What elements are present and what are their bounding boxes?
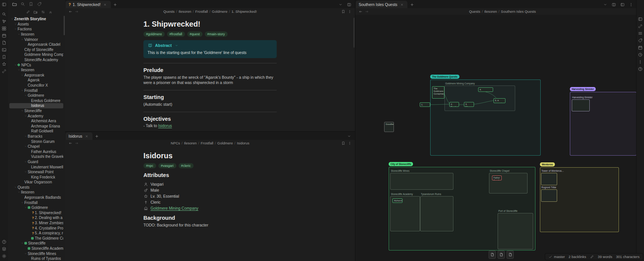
tree-item-stonecliffe-mines[interactable]: Stonecliffe Mines bbox=[9, 251, 63, 256]
tree-item-quests[interactable]: Quests bbox=[9, 185, 63, 190]
tree-item-stonecliffe-academy[interactable]: Stonecliffe Academy bbox=[9, 57, 63, 63]
breadcrumb-item[interactable]: Goldmere bbox=[212, 9, 228, 14]
collapse-pane-icon[interactable] bbox=[346, 134, 352, 139]
canvas-group-port-of-stonecliffe[interactable] bbox=[498, 213, 533, 249]
tree-item-aegonsarok-citadel[interactable]: Aegonsarok Citadel bbox=[9, 42, 63, 47]
tag-pill[interactable]: #main-story bbox=[205, 32, 228, 37]
tree-item-agarok[interactable]: Agarok bbox=[9, 78, 63, 83]
tree-item-stronn-garum[interactable]: Stronn Garum bbox=[9, 139, 63, 144]
breadcrumb-item[interactable]: Ilesoren bbox=[184, 141, 197, 145]
tree-item-eredus-goldmere[interactable]: Eredus Goldmere bbox=[9, 98, 63, 104]
file-chip[interactable] bbox=[507, 250, 514, 259]
git-status[interactable]: master bbox=[549, 255, 565, 259]
tree-item-archmage-eriana[interactable]: Archmage Eriana bbox=[9, 123, 63, 129]
file-chip[interactable] bbox=[498, 250, 505, 259]
tree-item-ilesoren[interactable]: Ilesoren bbox=[9, 68, 63, 73]
tree-item-valmoor[interactable]: Valmoor bbox=[9, 37, 63, 42]
back-icon[interactable] bbox=[358, 9, 363, 14]
tag-pill[interactable]: #cleric bbox=[179, 163, 194, 168]
tree-item-3-miner-zombies-in-m[interactable]: ?3. Miner Zombies in M... bbox=[9, 220, 63, 226]
canvas-group-pill-harvesting-sinister[interactable]: Harvesting Sinister bbox=[570, 87, 596, 91]
tree-item-chapel[interactable]: Chapel bbox=[9, 144, 63, 149]
tree-item-1-shipwrecked[interactable]: ?1. Shipwrecked! bbox=[9, 210, 63, 216]
sync-icon[interactable] bbox=[1, 69, 7, 74]
tag-pill[interactable]: #vasgari bbox=[158, 163, 176, 168]
new-tab-icon[interactable] bbox=[113, 2, 118, 7]
close-tab-icon[interactable] bbox=[399, 2, 404, 7]
back-icon[interactable] bbox=[68, 9, 73, 14]
breadcrumb-item[interactable]: Ilesoren bbox=[179, 9, 191, 14]
tab-shipwrecked[interactable]: ? 1. Shipwrecked! bbox=[66, 1, 111, 8]
tree-item-zenerith-storyline[interactable]: Zenerith Storyline bbox=[9, 16, 63, 22]
tree-item-4-crystalline-problem[interactable]: ?4. Crystalline Problem bbox=[9, 225, 63, 231]
tree-item-lieutenant-maxwell[interactable]: Lieutenant Maxwell bbox=[9, 164, 63, 170]
tree-item-goldmere-mining-company[interactable]: Goldmere Mining Company bbox=[9, 52, 63, 57]
tab-isidorus[interactable]: Isidorus bbox=[66, 132, 92, 140]
daily-note-icon[interactable] bbox=[1, 33, 7, 38]
graph-view-icon[interactable] bbox=[1, 19, 7, 24]
files-tab-icon[interactable] bbox=[12, 2, 17, 7]
tree-item-vuzashi-the-gravekeeper[interactable]: Vuzashi the Gravekeeper bbox=[9, 154, 63, 159]
tree-item-father-aurelius[interactable]: Father Aurelius bbox=[9, 149, 63, 154]
tree-item-5-a-conspiracy-revealed[interactable]: ?5. A conspiracy, revealed bbox=[9, 231, 63, 236]
bookmarks-icon[interactable] bbox=[1, 54, 7, 60]
breadcrumb-item[interactable]: Ilesoren bbox=[484, 9, 497, 14]
tag-pill[interactable]: #frostfall bbox=[167, 32, 185, 37]
canvas-node-father-aurelius[interactable]: Father Aurelius bbox=[492, 176, 502, 180]
edit-mode-icon[interactable] bbox=[590, 255, 594, 259]
back-icon[interactable] bbox=[68, 141, 73, 146]
breadcrumb-item[interactable]: Frostfall bbox=[201, 141, 213, 145]
collapse-all-icon[interactable] bbox=[48, 9, 53, 15]
tag-pill[interactable]: #quest bbox=[187, 32, 203, 37]
close-tab-icon[interactable] bbox=[103, 2, 108, 7]
breadcrumb-item[interactable]: Quests bbox=[163, 9, 174, 14]
sidebar-scrollbar[interactable] bbox=[64, 16, 65, 35]
canvas-node-3-miner-zombies-in-mines[interactable]: 3. Miner Zombies in Mines bbox=[464, 102, 474, 107]
tree-item-goldmere[interactable]: Goldmere bbox=[9, 93, 63, 98]
more-options-icon[interactable] bbox=[347, 141, 352, 146]
canvas-node-rogrord-tribe[interactable] bbox=[541, 189, 557, 202]
tab-list-icon[interactable] bbox=[602, 2, 608, 7]
tree-item-barracks[interactable]: Barracks bbox=[9, 134, 63, 139]
breadcrumb-item[interactable]: Goldmere bbox=[217, 141, 233, 145]
bookmark-icon[interactable] bbox=[341, 9, 346, 14]
bookmarks-tab-icon[interactable] bbox=[28, 2, 34, 7]
note-editor[interactable]: 1. Shipwrecked! #goldmere#frostfall#ques… bbox=[65, 15, 355, 131]
editor-scrollbar[interactable] bbox=[353, 18, 355, 48]
tree-item-assets[interactable]: Assets bbox=[9, 22, 63, 27]
forward-icon[interactable] bbox=[74, 9, 79, 14]
tree-item-ralf-goldwell[interactable]: Ralf Goldwell bbox=[9, 129, 63, 134]
bookmark-icon[interactable] bbox=[341, 141, 346, 146]
new-canvas-icon[interactable] bbox=[1, 26, 7, 31]
tags-tab-icon[interactable] bbox=[37, 2, 42, 7]
help-icon[interactable] bbox=[1, 239, 7, 244]
breadcrumb-item[interactable]: Southern Isles Quests bbox=[501, 9, 536, 14]
tree-item-2-dealing-with-a-rebell[interactable]: ?2. Dealing with a rebell... bbox=[9, 215, 63, 220]
templates-icon[interactable] bbox=[1, 40, 7, 45]
canvas-node-the-goldmere-conspiracy[interactable]: The Goldmere Conspiracy bbox=[432, 86, 444, 99]
close-tab-icon[interactable] bbox=[84, 134, 89, 139]
tree-item-stonewall-point[interactable]: Stonewall Point bbox=[9, 170, 63, 175]
canvas-node-2-dealing-with-a-rebellion[interactable]: 2. Dealing with a rebellion bbox=[449, 102, 459, 107]
tree-item-academy[interactable]: Academy bbox=[9, 113, 63, 118]
tag-pill[interactable]: #goldmere bbox=[143, 32, 165, 37]
tree-item-ilesoren[interactable]: Ilesoren bbox=[9, 190, 63, 195]
split-pane-icon[interactable] bbox=[611, 2, 616, 7]
backlinks-icon[interactable] bbox=[638, 24, 643, 29]
split-pane-icon[interactable] bbox=[346, 2, 352, 7]
tree-item-stonecliffe[interactable]: Stonecliffe bbox=[9, 108, 63, 114]
help-pane-icon[interactable] bbox=[638, 66, 643, 72]
quick-switcher-icon[interactable] bbox=[1, 12, 7, 17]
breadcrumb-item[interactable]: 1. Shipwrecked! bbox=[231, 9, 257, 14]
tree-item-king-frederick[interactable]: King Frederick bbox=[9, 174, 63, 180]
vault-switcher-icon[interactable] bbox=[1, 246, 7, 252]
tree-item-guard[interactable]: Guard bbox=[9, 159, 63, 165]
breadcrumb-item[interactable]: Frostfall bbox=[195, 9, 208, 14]
settings-icon[interactable] bbox=[1, 254, 7, 259]
tree-item-ruins-of-tysardos[interactable]: Ruins of Tysardos bbox=[9, 256, 63, 261]
tree-item-npcs[interactable]: NPCs bbox=[9, 62, 63, 68]
tree-item-vikar-osgarsson[interactable]: Vikar Osgarsson bbox=[9, 180, 63, 185]
expand-right-sidebar-icon[interactable] bbox=[638, 16, 643, 22]
status-bar[interactable]: master 2 backlinks 39 words 301 characte… bbox=[545, 253, 643, 260]
new-tab-icon[interactable] bbox=[94, 134, 100, 139]
